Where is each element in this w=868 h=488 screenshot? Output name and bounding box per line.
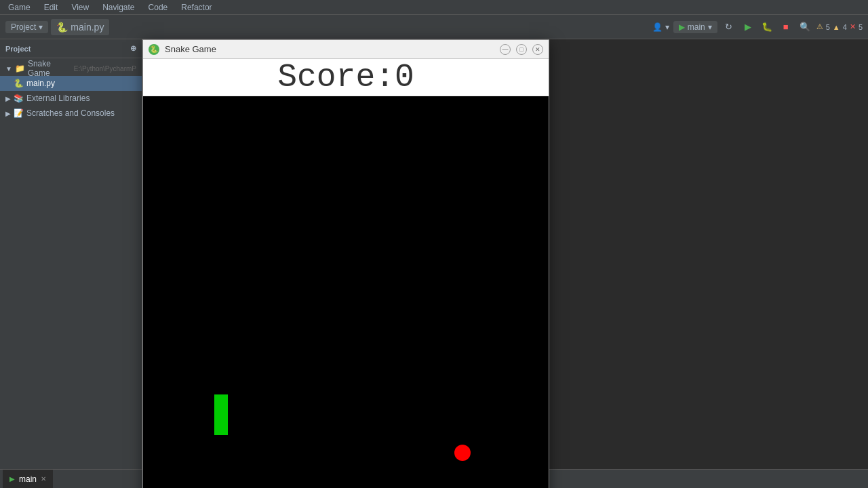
chevron-down-icon: ▾ [39,22,43,32]
menu-code[interactable]: Code [146,1,171,14]
error-count: 5 [859,23,863,31]
chevron-icon: ▼ [5,65,12,73]
minimize-button[interactable]: — [500,44,511,55]
snake-segment-1 [214,394,228,408]
menu-navigate[interactable]: Navigate [100,1,137,14]
sidebar-item-libs-label: External Libraries [26,94,90,103]
game-score-area: Score:0 [143,59,549,96]
toolbar-right: 👤 ▾ ▶ main ▾ ↻ ▶ 🐛 ■ 🔍 ⚠ 5 ▲ 4 ✕ 5 [652,20,863,35]
score-label: Score: [277,59,395,96]
chevron-icon2: ▶ [5,95,11,102]
sidebar-item-scratches[interactable]: ▶ 📝 Scratches and Consoles [0,106,142,121]
snake-segment-2 [214,408,228,422]
menu-bar: Game Edit View Navigate Code Refactor [0,0,868,15]
sidebar-header: Project ⊕ [0,39,142,58]
score-display: Score:0 [277,59,414,96]
close-button[interactable]: ✕ [532,44,543,55]
sidebar-item-snake-path: E:\Python\PycharmP [74,65,136,73]
file-tab[interactable]: 🐍 main.py [51,19,109,35]
menu-refactor[interactable]: Refactor [178,1,214,14]
sidebar: Project ⊕ ▼ 📁 Snake Game E:\Python\Pycha… [0,39,142,469]
stop-button[interactable]: ■ [778,20,793,35]
chevron-icon3: ▶ [5,110,11,117]
sidebar-item-snake-label: Snake Game [28,59,68,78]
score-value: 0 [395,59,414,96]
sidebar-item-external-libs[interactable]: ▶ 📚 External Libraries [0,91,142,106]
refresh-button[interactable]: ↻ [722,20,736,35]
lib-icon: 📚 [14,94,24,103]
user-account[interactable]: 👤 ▾ [652,22,669,32]
menu-view[interactable]: View [68,1,92,14]
game-window: 🐍 Snake Game — □ ✕ Score:0 [142,39,549,488]
snake-segment-3 [214,422,228,435]
game-titlebar: 🐍 Snake Game — □ ✕ [143,40,549,59]
py-icon: 🐍 [14,79,24,88]
food-item [454,445,471,461]
warning-count: 5 [826,23,830,31]
debug-button[interactable]: 🐛 [760,20,774,35]
warnings-display: ⚠ 5 ▲ 4 ✕ 5 [816,22,863,31]
chevron-down-icon2: ▾ [665,22,669,32]
run-config-icon: ▶ [679,22,685,32]
scratch-icon: 📝 [14,108,24,118]
game-canvas[interactable] [143,96,549,488]
menu-edit[interactable]: Edit [41,1,61,14]
menu-game[interactable]: Game [5,1,33,14]
search-button[interactable]: 🔍 [797,20,812,35]
alert-count: 4 [843,23,847,31]
toolbar: Project ▾ 🐍 main.py 👤 ▾ ▶ main ▾ ↻ ▶ 🐛 ■… [0,15,868,39]
alert-icon: ▲ [833,23,840,31]
sidebar-item-scratches-label: Scratches and Consoles [26,108,115,118]
game-icon: 🐍 [149,44,159,55]
sidebar-title: Project [5,45,31,53]
run-config-label: main [688,22,705,32]
main-layout: Project ⊕ ▼ 📁 Snake Game E:\Python\Pycha… [0,39,868,469]
tab-close-icon[interactable]: ✕ [41,475,46,483]
project-label: Project [11,22,36,32]
sidebar-item-mainpy[interactable]: 🐍 main.py [0,76,142,91]
error-icon: ✕ [850,22,856,31]
editor-area: 🐍 Snake Game — □ ✕ Score:0 [142,39,868,469]
run-tab[interactable]: ▶ main ✕ [3,470,53,488]
run-config-dropdown[interactable]: ▶ main ▾ [673,21,717,33]
run-tab-label: main [19,474,37,484]
editor-background [556,39,868,469]
add-icon[interactable]: ⊕ [130,44,136,53]
sidebar-content: ▼ 📁 Snake Game E:\Python\PycharmP 🐍 main… [0,58,142,469]
run-tab-icon: ▶ [9,475,15,483]
py-file-icon: 🐍 [56,22,68,33]
maximize-button[interactable]: □ [516,44,527,55]
chevron-down-icon3: ▾ [708,22,712,32]
sidebar-item-snake-game[interactable]: ▼ 📁 Snake Game E:\Python\PycharmP [0,61,142,76]
warning-icon: ⚠ [816,22,823,31]
folder-icon: 📁 [15,64,25,73]
game-title-text: Snake Game [165,44,494,54]
file-tab-label: main.py [71,22,104,33]
run-button[interactable]: ▶ [741,20,755,35]
sidebar-item-mainpy-label: main.py [26,79,55,88]
project-button[interactable]: Project ▾ [5,21,48,33]
account-icon: 👤 [652,22,663,32]
